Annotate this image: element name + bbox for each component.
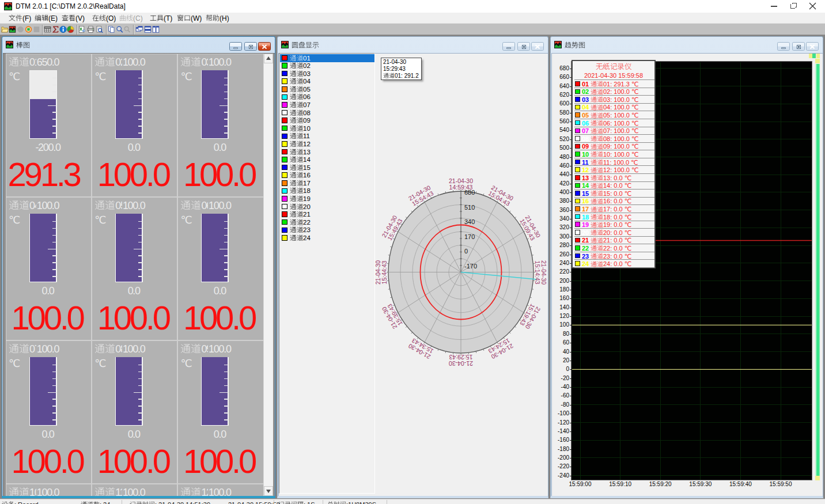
svg-text:-170: -170 — [464, 263, 477, 270]
svg-text:170: 170 — [464, 233, 475, 240]
svg-text:0: 0 — [464, 248, 468, 255]
svg-text:510: 510 — [464, 204, 475, 211]
svg-text:340: 340 — [464, 218, 475, 225]
